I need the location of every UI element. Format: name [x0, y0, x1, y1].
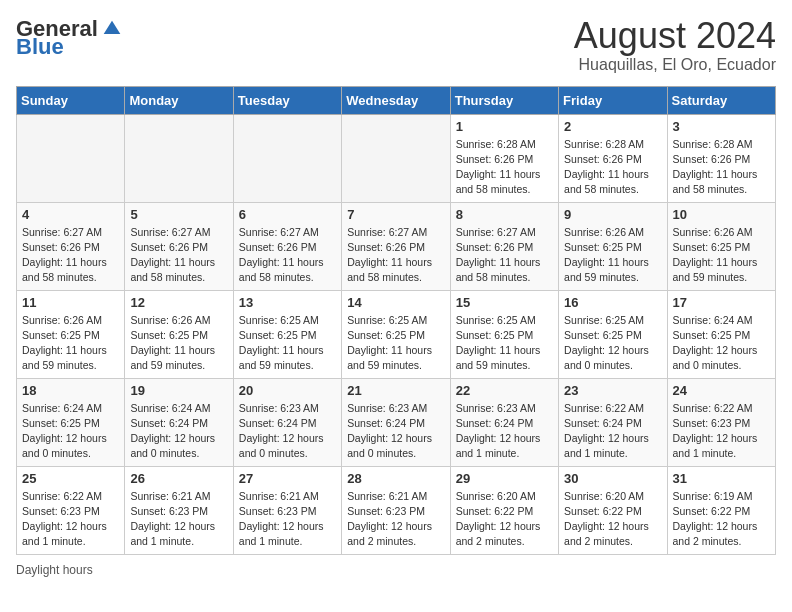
- day-number: 8: [456, 207, 553, 222]
- calendar-week-row: 11Sunrise: 6:26 AM Sunset: 6:25 PM Dayli…: [17, 290, 776, 378]
- calendar-cell: 17Sunrise: 6:24 AM Sunset: 6:25 PM Dayli…: [667, 290, 775, 378]
- day-info: Sunrise: 6:24 AM Sunset: 6:25 PM Dayligh…: [673, 313, 770, 374]
- day-info: Sunrise: 6:23 AM Sunset: 6:24 PM Dayligh…: [456, 401, 553, 462]
- day-info: Sunrise: 6:28 AM Sunset: 6:26 PM Dayligh…: [673, 137, 770, 198]
- day-number: 20: [239, 383, 336, 398]
- day-info: Sunrise: 6:25 AM Sunset: 6:25 PM Dayligh…: [239, 313, 336, 374]
- calendar-cell: 27Sunrise: 6:21 AM Sunset: 6:23 PM Dayli…: [233, 466, 341, 554]
- day-info: Sunrise: 6:26 AM Sunset: 6:25 PM Dayligh…: [564, 225, 661, 286]
- day-info: Sunrise: 6:28 AM Sunset: 6:26 PM Dayligh…: [564, 137, 661, 198]
- logo-blue-text: Blue: [16, 34, 64, 60]
- day-number: 17: [673, 295, 770, 310]
- day-info: Sunrise: 6:21 AM Sunset: 6:23 PM Dayligh…: [347, 489, 444, 550]
- calendar-cell: 5Sunrise: 6:27 AM Sunset: 6:26 PM Daylig…: [125, 202, 233, 290]
- calendar-cell: 8Sunrise: 6:27 AM Sunset: 6:26 PM Daylig…: [450, 202, 558, 290]
- calendar-week-row: 18Sunrise: 6:24 AM Sunset: 6:25 PM Dayli…: [17, 378, 776, 466]
- day-number: 22: [456, 383, 553, 398]
- day-info: Sunrise: 6:26 AM Sunset: 6:25 PM Dayligh…: [673, 225, 770, 286]
- day-info: Sunrise: 6:20 AM Sunset: 6:22 PM Dayligh…: [456, 489, 553, 550]
- calendar-week-row: 25Sunrise: 6:22 AM Sunset: 6:23 PM Dayli…: [17, 466, 776, 554]
- day-info: Sunrise: 6:27 AM Sunset: 6:26 PM Dayligh…: [22, 225, 119, 286]
- weekday-header-sunday: Sunday: [17, 86, 125, 114]
- calendar-cell: [233, 114, 341, 202]
- calendar-cell: [17, 114, 125, 202]
- main-title: August 2024: [574, 16, 776, 56]
- day-info: Sunrise: 6:26 AM Sunset: 6:25 PM Dayligh…: [22, 313, 119, 374]
- calendar-cell: [125, 114, 233, 202]
- day-info: Sunrise: 6:22 AM Sunset: 6:23 PM Dayligh…: [22, 489, 119, 550]
- day-number: 19: [130, 383, 227, 398]
- subtitle: Huaquillas, El Oro, Ecuador: [574, 56, 776, 74]
- calendar-cell: 3Sunrise: 6:28 AM Sunset: 6:26 PM Daylig…: [667, 114, 775, 202]
- day-number: 9: [564, 207, 661, 222]
- calendar-cell: 4Sunrise: 6:27 AM Sunset: 6:26 PM Daylig…: [17, 202, 125, 290]
- day-info: Sunrise: 6:19 AM Sunset: 6:22 PM Dayligh…: [673, 489, 770, 550]
- day-number: 4: [22, 207, 119, 222]
- day-number: 28: [347, 471, 444, 486]
- footer: Daylight hours: [16, 563, 776, 577]
- day-info: Sunrise: 6:21 AM Sunset: 6:23 PM Dayligh…: [130, 489, 227, 550]
- calendar-cell: 19Sunrise: 6:24 AM Sunset: 6:24 PM Dayli…: [125, 378, 233, 466]
- day-number: 11: [22, 295, 119, 310]
- day-number: 18: [22, 383, 119, 398]
- day-number: 12: [130, 295, 227, 310]
- day-info: Sunrise: 6:25 AM Sunset: 6:25 PM Dayligh…: [564, 313, 661, 374]
- calendar-cell: 25Sunrise: 6:22 AM Sunset: 6:23 PM Dayli…: [17, 466, 125, 554]
- footer-note: Daylight hours: [16, 563, 93, 577]
- day-info: Sunrise: 6:24 AM Sunset: 6:25 PM Dayligh…: [22, 401, 119, 462]
- calendar-cell: 26Sunrise: 6:21 AM Sunset: 6:23 PM Dayli…: [125, 466, 233, 554]
- day-info: Sunrise: 6:27 AM Sunset: 6:26 PM Dayligh…: [239, 225, 336, 286]
- calendar-cell: 21Sunrise: 6:23 AM Sunset: 6:24 PM Dayli…: [342, 378, 450, 466]
- day-number: 30: [564, 471, 661, 486]
- day-info: Sunrise: 6:28 AM Sunset: 6:26 PM Dayligh…: [456, 137, 553, 198]
- calendar-cell: 2Sunrise: 6:28 AM Sunset: 6:26 PM Daylig…: [559, 114, 667, 202]
- day-number: 13: [239, 295, 336, 310]
- svg-marker-0: [104, 21, 121, 34]
- weekday-header-monday: Monday: [125, 86, 233, 114]
- calendar-cell: 10Sunrise: 6:26 AM Sunset: 6:25 PM Dayli…: [667, 202, 775, 290]
- page-header: General Blue August 2024 Huaquillas, El …: [16, 16, 776, 74]
- day-info: Sunrise: 6:25 AM Sunset: 6:25 PM Dayligh…: [456, 313, 553, 374]
- calendar-cell: 14Sunrise: 6:25 AM Sunset: 6:25 PM Dayli…: [342, 290, 450, 378]
- calendar-cell: 31Sunrise: 6:19 AM Sunset: 6:22 PM Dayli…: [667, 466, 775, 554]
- calendar-table: SundayMondayTuesdayWednesdayThursdayFrid…: [16, 86, 776, 555]
- day-info: Sunrise: 6:27 AM Sunset: 6:26 PM Dayligh…: [130, 225, 227, 286]
- day-number: 15: [456, 295, 553, 310]
- day-number: 23: [564, 383, 661, 398]
- day-number: 5: [130, 207, 227, 222]
- logo-icon: [102, 19, 122, 39]
- calendar-cell: 12Sunrise: 6:26 AM Sunset: 6:25 PM Dayli…: [125, 290, 233, 378]
- title-block: August 2024 Huaquillas, El Oro, Ecuador: [574, 16, 776, 74]
- day-info: Sunrise: 6:25 AM Sunset: 6:25 PM Dayligh…: [347, 313, 444, 374]
- day-number: 21: [347, 383, 444, 398]
- day-info: Sunrise: 6:22 AM Sunset: 6:23 PM Dayligh…: [673, 401, 770, 462]
- calendar-cell: 24Sunrise: 6:22 AM Sunset: 6:23 PM Dayli…: [667, 378, 775, 466]
- day-info: Sunrise: 6:26 AM Sunset: 6:25 PM Dayligh…: [130, 313, 227, 374]
- calendar-cell: 28Sunrise: 6:21 AM Sunset: 6:23 PM Dayli…: [342, 466, 450, 554]
- day-info: Sunrise: 6:21 AM Sunset: 6:23 PM Dayligh…: [239, 489, 336, 550]
- day-number: 1: [456, 119, 553, 134]
- day-info: Sunrise: 6:24 AM Sunset: 6:24 PM Dayligh…: [130, 401, 227, 462]
- calendar-cell: 13Sunrise: 6:25 AM Sunset: 6:25 PM Dayli…: [233, 290, 341, 378]
- day-number: 27: [239, 471, 336, 486]
- day-info: Sunrise: 6:22 AM Sunset: 6:24 PM Dayligh…: [564, 401, 661, 462]
- day-number: 14: [347, 295, 444, 310]
- weekday-header-saturday: Saturday: [667, 86, 775, 114]
- day-number: 26: [130, 471, 227, 486]
- calendar-cell: 20Sunrise: 6:23 AM Sunset: 6:24 PM Dayli…: [233, 378, 341, 466]
- calendar-cell: 23Sunrise: 6:22 AM Sunset: 6:24 PM Dayli…: [559, 378, 667, 466]
- day-number: 25: [22, 471, 119, 486]
- calendar-cell: 11Sunrise: 6:26 AM Sunset: 6:25 PM Dayli…: [17, 290, 125, 378]
- day-number: 29: [456, 471, 553, 486]
- weekday-header-friday: Friday: [559, 86, 667, 114]
- calendar-week-row: 4Sunrise: 6:27 AM Sunset: 6:26 PM Daylig…: [17, 202, 776, 290]
- calendar-header-row: SundayMondayTuesdayWednesdayThursdayFrid…: [17, 86, 776, 114]
- calendar-cell: 15Sunrise: 6:25 AM Sunset: 6:25 PM Dayli…: [450, 290, 558, 378]
- day-number: 7: [347, 207, 444, 222]
- weekday-header-tuesday: Tuesday: [233, 86, 341, 114]
- calendar-cell: 18Sunrise: 6:24 AM Sunset: 6:25 PM Dayli…: [17, 378, 125, 466]
- day-number: 2: [564, 119, 661, 134]
- calendar-cell: 22Sunrise: 6:23 AM Sunset: 6:24 PM Dayli…: [450, 378, 558, 466]
- calendar-cell: 30Sunrise: 6:20 AM Sunset: 6:22 PM Dayli…: [559, 466, 667, 554]
- day-info: Sunrise: 6:23 AM Sunset: 6:24 PM Dayligh…: [239, 401, 336, 462]
